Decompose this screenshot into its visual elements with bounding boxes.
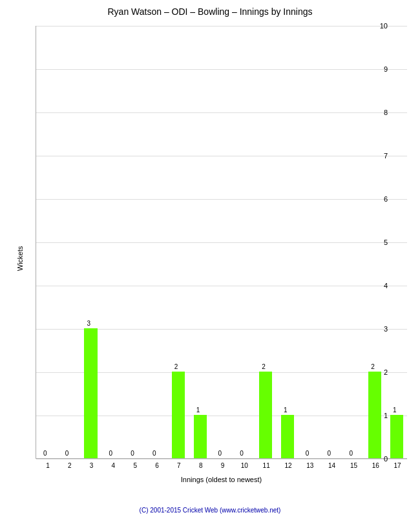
- bar-innings-3: [84, 328, 97, 458]
- x-tick-10: 10: [239, 462, 249, 469]
- x-tick-5: 5: [130, 462, 140, 469]
- chart-container: Ryan Watson – ODI – Bowling – Innings by…: [0, 0, 420, 517]
- bar-value-14: 0: [328, 450, 331, 457]
- x-tick-7: 7: [174, 462, 184, 469]
- y-tick-2: 2: [368, 368, 388, 376]
- y-tick-5: 5: [368, 238, 388, 246]
- y-tick-1: 1: [368, 412, 388, 419]
- x-axis-label: Innings (oldest to newest): [36, 476, 407, 483]
- bar-innings-12: [281, 415, 294, 458]
- chart-area: 00300021002100021: [36, 26, 407, 459]
- bar-value-3: 3: [87, 320, 91, 327]
- x-tick-12: 12: [283, 462, 293, 469]
- y-tick-6: 6: [368, 195, 388, 203]
- bar-value-13: 0: [306, 450, 310, 457]
- x-tick-14: 14: [327, 462, 337, 469]
- bar-innings-7: [172, 372, 185, 458]
- y-tick-10: 10: [368, 22, 388, 30]
- bar-value-12: 1: [284, 406, 288, 414]
- bar-value-8: 1: [196, 406, 200, 414]
- y-axis-label: Wickets: [16, 246, 24, 271]
- y-tick-7: 7: [368, 152, 388, 160]
- gridline-4: [36, 286, 407, 286]
- gridline-5: [36, 242, 407, 243]
- bar-value-15: 0: [349, 450, 353, 457]
- chart-title: Ryan Watson – ODI – Bowling – Innings by…: [0, 0, 420, 20]
- bar-innings-17: [390, 415, 403, 458]
- gridline-7: [36, 156, 407, 156]
- bar-value-10: 0: [240, 450, 244, 457]
- gridline-0: [36, 459, 407, 459]
- bar-value-1: 0: [43, 450, 47, 457]
- x-tick-6: 6: [152, 462, 162, 469]
- gridline-10: [36, 26, 407, 26]
- gridline-8: [36, 112, 407, 113]
- x-tick-17: 17: [392, 462, 403, 469]
- bar-value-4: 0: [109, 450, 112, 457]
- x-tick-4: 4: [108, 462, 118, 469]
- bar-value-7: 2: [174, 363, 178, 370]
- y-tick-3: 3: [368, 325, 388, 333]
- y-tick-9: 9: [368, 65, 388, 73]
- bar-value-17: 1: [393, 406, 397, 414]
- x-tick-11: 11: [261, 462, 271, 469]
- x-tick-8: 8: [196, 462, 206, 469]
- x-tick-9: 9: [218, 462, 228, 469]
- x-tick-13: 13: [305, 462, 315, 469]
- bar-innings-11: [259, 372, 272, 458]
- x-tick-15: 15: [348, 462, 359, 469]
- bar-value-6: 0: [152, 450, 156, 457]
- bar-value-2: 0: [65, 450, 69, 457]
- y-tick-4: 4: [368, 282, 388, 290]
- x-tick-3: 3: [87, 462, 97, 469]
- footer-text: (C) 2001-2015 Cricket Web (www.cricketwe…: [0, 507, 420, 514]
- x-tick-2: 2: [65, 462, 75, 469]
- y-tick-8: 8: [368, 109, 388, 116]
- gridline-9: [36, 69, 407, 70]
- bar-innings-8: [194, 415, 207, 458]
- x-tick-16: 16: [370, 462, 381, 469]
- bar-value-11: 2: [262, 363, 266, 370]
- bar-value-9: 0: [218, 450, 222, 457]
- x-tick-1: 1: [43, 462, 53, 469]
- bar-value-5: 0: [131, 450, 134, 457]
- gridline-6: [36, 199, 407, 200]
